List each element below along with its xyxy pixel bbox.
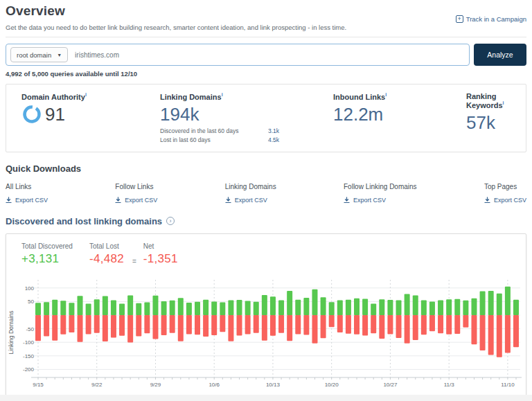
plus-icon: +	[456, 15, 463, 23]
chart-stats-row: Total Discovered +3,131 Total Lost -4,48…	[6, 234, 526, 270]
lost-60d-label: Lost in last 60 days	[160, 136, 268, 143]
download-icon	[225, 197, 231, 204]
domain-authority-gauge	[21, 104, 42, 125]
quick-downloads-title: Quick Downloads	[6, 163, 526, 174]
search-box: root domain ▼	[6, 44, 470, 66]
equals-sign: =	[132, 258, 136, 265]
qd-follow-linking-domains: Follow Linking Domains Export CSV	[344, 183, 417, 204]
quick-downloads-row: All Links Export CSV Follow Links Export…	[6, 183, 526, 204]
metric-ranking-keywords: Ranking Keywordsi 57k	[466, 92, 526, 143]
domain-authority-value: 91	[45, 104, 65, 125]
svg-text:10/27: 10/27	[383, 382, 398, 388]
search-row: root domain ▼ Analyze	[6, 44, 526, 66]
export-csv-all-links[interactable]: Export CSV	[6, 197, 48, 204]
svg-text:-100: -100	[23, 339, 35, 346]
download-icon	[484, 197, 490, 204]
stat-net: Net -1,351	[143, 242, 178, 266]
svg-text:11/10: 11/10	[501, 382, 515, 388]
svg-text:10/13: 10/13	[266, 382, 281, 388]
info-icon[interactable]: i	[503, 100, 504, 105]
metric-domain-authority: Domain Authorityi 91	[21, 92, 160, 143]
inbound-links-label: Inbound Links	[333, 93, 385, 101]
svg-text:9/15: 9/15	[33, 382, 44, 388]
qd-linking-domains-label: Linking Domains	[225, 183, 276, 190]
metric-linking-domains: Linking Domainsi 194k Discovered in the …	[160, 92, 333, 143]
qd-follow-linking-domains-label: Follow Linking Domains	[344, 183, 417, 190]
linking-domains-value: 194k	[160, 104, 333, 125]
export-csv-top-pages[interactable]: Export CSV	[484, 197, 526, 204]
analyze-button[interactable]: Analyze	[474, 44, 526, 66]
download-icon	[6, 197, 12, 204]
svg-text:-150: -150	[23, 353, 35, 359]
chart-section-title: Discovered and lost linking domains ›	[6, 216, 526, 226]
scope-dropdown[interactable]: root domain ▼	[10, 47, 68, 62]
track-in-campaign-link[interactable]: + Track in a Campaign	[456, 15, 526, 23]
net-label: Net	[143, 242, 178, 250]
chevron-down-icon: ▼	[57, 53, 62, 57]
link-explorer-overview-page: Overview Get the data you need to do bet…	[0, 0, 532, 401]
svg-text:9/29: 9/29	[150, 382, 161, 388]
net-value: -1,351	[143, 252, 178, 266]
qd-follow-links: Follow Links Export CSV	[115, 183, 157, 204]
export-csv-follow-links[interactable]: Export CSV	[115, 197, 157, 204]
info-icon[interactable]: i	[385, 92, 387, 97]
info-icon[interactable]: i	[85, 92, 87, 97]
total-discovered-value: +3,131	[21, 252, 73, 266]
qd-all-links: All Links Export CSV	[6, 183, 48, 204]
qd-follow-links-label: Follow Links	[115, 183, 157, 190]
total-lost-label: Total Lost	[89, 242, 124, 250]
total-lost-value: -4,482	[89, 252, 124, 266]
page-title: Overview	[6, 3, 526, 19]
qd-top-pages: Top Pages Export CSV	[484, 183, 526, 204]
svg-text:11/3: 11/3	[444, 382, 455, 388]
circled-chevron-icon[interactable]: ›	[166, 217, 175, 225]
qd-top-pages-label: Top Pages	[484, 183, 526, 190]
ranking-keywords-value: 57k	[466, 112, 526, 134]
discovered-60d-value[interactable]: 3.1k	[268, 127, 279, 134]
qd-linking-domains: Linking Domains Export CSV	[225, 183, 276, 204]
qd-all-links-label: All Links	[6, 183, 48, 190]
total-discovered-label: Total Discovered	[21, 242, 73, 250]
chart-card: Total Discovered +3,131 Total Lost -4,48…	[6, 233, 526, 401]
svg-text:-200: -200	[23, 366, 35, 373]
info-icon[interactable]: i	[222, 92, 223, 97]
lost-60d-row: Lost in last 60 days 4.5k	[160, 136, 279, 143]
linking-domains-label: Linking Domains	[160, 93, 222, 101]
inbound-links-value: 12.2m	[333, 104, 466, 125]
svg-text:Linking Domains: Linking Domains	[8, 310, 15, 354]
footer-strip	[0, 395, 532, 401]
svg-text:10/6: 10/6	[209, 382, 220, 388]
metrics-card: Domain Authorityi 91 Linking Domainsi 19…	[6, 84, 526, 152]
svg-text:50: 50	[28, 298, 34, 305]
download-icon	[115, 197, 121, 204]
metric-inbound-links: Inbound Linksi 12.2m	[333, 92, 466, 143]
stat-total-discovered: Total Discovered +3,131	[21, 242, 73, 266]
domain-authority-label: Domain Authority	[21, 93, 85, 101]
header-divider	[6, 37, 526, 37]
scope-dropdown-value: root domain	[17, 51, 51, 59]
stat-total-lost: Total Lost -4,482	[89, 242, 124, 266]
discovered-60d-row: Discovered in the last 60 days 3.1k	[160, 127, 279, 134]
svg-text:9/22: 9/22	[91, 382, 103, 388]
page-header: Overview Get the data you need to do bet…	[6, 0, 526, 37]
track-in-campaign-label: Track in a Campaign	[466, 15, 526, 23]
svg-text:10/20: 10/20	[325, 382, 339, 388]
ranking-keywords-label: Ranking Keywords	[466, 92, 503, 109]
discovered-60d-label: Discovered in the last 60 days	[160, 127, 268, 134]
download-icon	[344, 197, 350, 204]
query-quota-text: 4,992 of 5,000 queries available until 1…	[6, 70, 526, 78]
search-input[interactable]	[75, 51, 465, 59]
linking-domains-bar-chart[interactable]: 10050-50-100-150-2009/159/229/2910/610/1…	[6, 270, 526, 391]
export-csv-follow-linking-domains[interactable]: Export CSV	[344, 197, 417, 204]
svg-text:-50: -50	[26, 326, 34, 332]
lost-60d-value[interactable]: 4.5k	[268, 136, 279, 143]
svg-text:100: 100	[25, 285, 35, 291]
export-csv-linking-domains[interactable]: Export CSV	[225, 197, 276, 204]
page-subtitle: Get the data you need to do better link …	[6, 24, 526, 31]
